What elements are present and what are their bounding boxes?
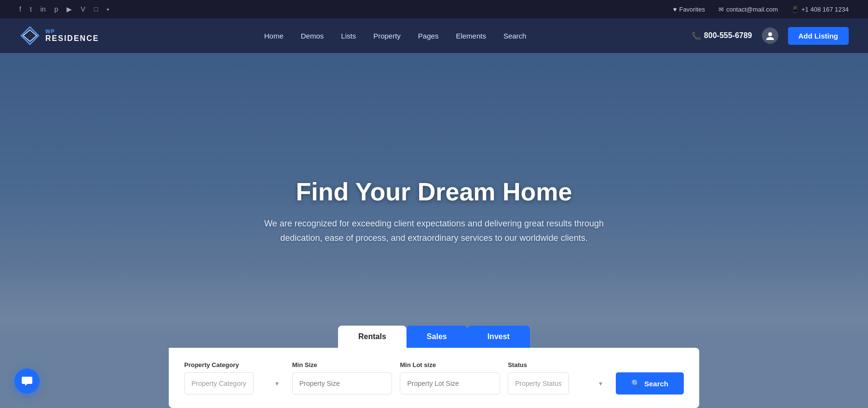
logo[interactable]: WP RESIDENCE bbox=[19, 25, 99, 46]
property-category-select[interactable]: Property Category Apartment House Villa … bbox=[184, 372, 254, 395]
twitter-icon[interactable]: t bbox=[30, 5, 32, 13]
hero-title: Find Your Dream Home bbox=[260, 177, 608, 206]
nav-home[interactable]: Home bbox=[264, 32, 284, 40]
tab-rentals[interactable]: Rentals bbox=[338, 326, 407, 348]
nav-pages[interactable]: Pages bbox=[418, 32, 439, 40]
hero-subtitle: We are recognized for exceeding client e… bbox=[260, 217, 608, 245]
chat-icon bbox=[21, 375, 33, 387]
pinterest-icon[interactable]: p bbox=[54, 5, 58, 13]
favorites-link[interactable]: ♥ Favorites bbox=[673, 6, 705, 13]
email-link[interactable]: ✉ contact@mail.com bbox=[719, 6, 778, 13]
foursquare-icon[interactable]: ▪ bbox=[107, 5, 109, 13]
nav-right: 📞 800-555-6789 Add Listing bbox=[692, 27, 849, 45]
property-lot-size-input[interactable] bbox=[400, 372, 500, 395]
search-button[interactable]: 🔍 Search bbox=[616, 372, 684, 395]
property-size-input[interactable] bbox=[292, 372, 393, 395]
chat-bubble-button[interactable] bbox=[14, 369, 40, 394]
property-status-select[interactable]: Property Status Available Sold Pending bbox=[508, 372, 569, 395]
size-field-group: Min Size bbox=[292, 361, 393, 395]
tab-sales[interactable]: Sales bbox=[407, 326, 467, 348]
add-listing-button[interactable]: Add Listing bbox=[788, 27, 849, 45]
nav-lists[interactable]: Lists bbox=[341, 32, 356, 40]
navbar: WP RESIDENCE Home Demos Lists Property P… bbox=[0, 18, 868, 53]
tab-invest[interactable]: Invest bbox=[467, 326, 530, 348]
status-label: Status bbox=[508, 361, 608, 369]
heart-icon: ♥ bbox=[673, 6, 677, 13]
nav-links: Home Demos Lists Property Pages Elements… bbox=[264, 32, 527, 40]
search-form: Property Category Property Category Apar… bbox=[169, 348, 699, 408]
user-account-button[interactable] bbox=[762, 27, 778, 44]
facebook-icon[interactable]: f bbox=[19, 5, 21, 13]
svg-point-2 bbox=[768, 32, 772, 36]
category-select-wrapper: Property Category Apartment House Villa … bbox=[184, 372, 285, 395]
youtube-icon[interactable]: ▶ bbox=[67, 5, 72, 13]
phone-link[interactable]: 📱 +1 408 167 1234 bbox=[791, 6, 849, 13]
vimeo-icon[interactable]: V bbox=[81, 5, 85, 13]
category-label: Property Category bbox=[184, 361, 285, 369]
hero-section: Find Your Dream Home We are recognized f… bbox=[0, 53, 868, 408]
phone-number: 📞 800-555-6789 bbox=[692, 31, 752, 40]
email-icon: ✉ bbox=[719, 6, 724, 13]
nav-property[interactable]: Property bbox=[373, 32, 401, 40]
lot-size-field-group: Min Lot size bbox=[400, 361, 500, 395]
nav-search[interactable]: Search bbox=[503, 32, 527, 40]
search-icon: 🔍 bbox=[631, 379, 640, 388]
category-field-group: Property Category Property Category Apar… bbox=[184, 361, 285, 395]
phone-icon: 📞 bbox=[692, 31, 701, 40]
search-tabs: Rentals Sales Invest bbox=[169, 326, 699, 348]
logo-text: WP RESIDENCE bbox=[45, 28, 99, 43]
top-bar: f t in p ▶ V □ ▪ ♥ Favorites ✉ contact@m… bbox=[0, 0, 868, 18]
top-bar-right: ♥ Favorites ✉ contact@mail.com 📱 +1 408 … bbox=[673, 6, 849, 13]
size-label: Min Size bbox=[292, 361, 393, 369]
lot-size-label: Min Lot size bbox=[400, 361, 500, 369]
nav-demos[interactable]: Demos bbox=[301, 32, 324, 40]
social-links: f t in p ▶ V □ ▪ bbox=[19, 5, 109, 13]
status-field-group: Status Property Status Available Sold Pe… bbox=[508, 361, 608, 395]
nav-elements[interactable]: Elements bbox=[456, 32, 486, 40]
logo-diamond-icon bbox=[19, 25, 41, 46]
search-panel: Rentals Sales Invest Property Category P… bbox=[169, 326, 699, 408]
status-select-wrapper: Property Status Available Sold Pending bbox=[508, 372, 608, 395]
hero-content: Find Your Dream Home We are recognized f… bbox=[260, 177, 608, 245]
whatsapp-icon: 📱 bbox=[791, 6, 799, 13]
user-icon bbox=[765, 31, 775, 40]
instagram-icon[interactable]: □ bbox=[94, 5, 98, 13]
linkedin-icon[interactable]: in bbox=[41, 5, 46, 13]
